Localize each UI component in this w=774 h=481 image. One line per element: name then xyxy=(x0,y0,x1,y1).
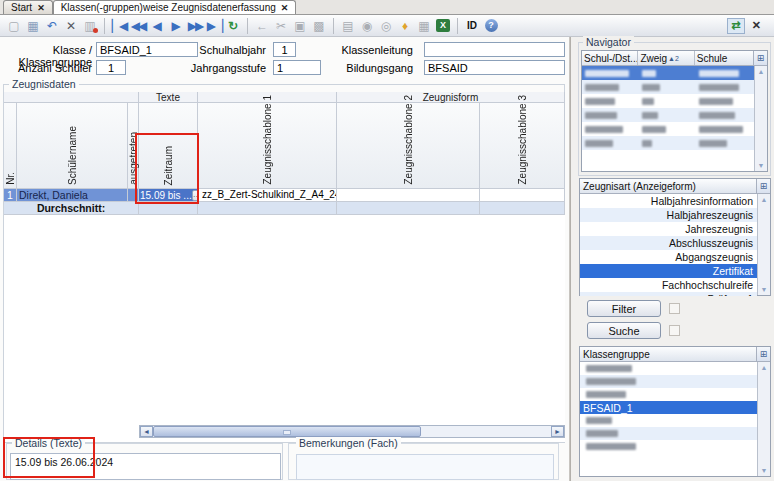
navigator-row[interactable] xyxy=(582,80,767,94)
list-item[interactable] xyxy=(580,440,757,453)
klassenleitung-field[interactable] xyxy=(424,42,565,57)
grid-export-icon[interactable]: ▦ xyxy=(415,17,433,34)
new-document-icon[interactable]: ▢ xyxy=(5,17,23,34)
cut-icon[interactable]: ✂ xyxy=(272,17,290,34)
column-header-zeugnisschablone-3[interactable]: Zeugnisschablone 3 xyxy=(480,103,565,189)
list-item[interactable]: Halbjahreszeugnis xyxy=(580,208,757,222)
switch-form-icon[interactable]: ⇄ xyxy=(727,18,745,34)
refresh-icon[interactable]: ↻ xyxy=(224,17,242,34)
toolbar-separator xyxy=(333,18,334,34)
cell-schuelername[interactable]: Direkt, Daniela xyxy=(17,189,128,202)
cell-zeugnisschablone-1[interactable]: zz_B_Zert-Schulkind_Z_A4_240513 xyxy=(198,189,337,202)
cell-zeugnisschablone-2[interactable] xyxy=(337,189,480,202)
first-record-icon[interactable]: ▏◀ xyxy=(110,17,128,34)
list-item[interactable]: Halbjahresinformation xyxy=(580,194,757,208)
undo-icon[interactable]: ↶ xyxy=(43,17,61,34)
copy-icon[interactable]: ▣ xyxy=(291,17,309,34)
previous-record-icon[interactable]: ◀ xyxy=(148,17,166,34)
column-header-zeitraum[interactable]: Zeitraum xyxy=(139,103,198,189)
tab-zeugnisdatenerfassung[interactable]: Klassen(-gruppen)weise Zeugnisdatenerfas… xyxy=(53,0,297,14)
next-record-icon[interactable]: ▶ xyxy=(167,17,185,34)
list-item[interactable] xyxy=(580,362,757,375)
fast-next-icon[interactable]: ▶▶ xyxy=(186,17,204,34)
list-item[interactable] xyxy=(580,414,757,427)
list-item-selected[interactable]: Zertifikat xyxy=(580,264,757,278)
cell-ausgetreten[interactable] xyxy=(128,189,139,202)
bemerkungen-text-area[interactable] xyxy=(296,454,554,480)
panel-close-icon[interactable]: ✕ xyxy=(752,19,761,32)
navigator-column-schule[interactable]: Schule xyxy=(695,51,753,65)
column-chooser-icon[interactable]: ⊞ xyxy=(753,51,767,65)
navigator-row[interactable] xyxy=(582,94,767,108)
navigator-scrollbar[interactable]: ▲ ▼ xyxy=(754,66,767,171)
list-item[interactable]: Abgangszeugnis xyxy=(580,250,757,264)
list-item[interactable]: Abschlusszeugnis xyxy=(580,236,757,250)
scroll-left-icon[interactable]: ◄ xyxy=(140,426,153,437)
navigator-column-schul-dst[interactable]: Schul-/Dst.... ▲1 xyxy=(582,51,638,65)
suche-button[interactable]: Suche xyxy=(587,322,661,339)
back-icon[interactable]: ← xyxy=(253,17,271,34)
cell-zeugnisschablone-3[interactable] xyxy=(480,189,565,202)
list-item[interactable] xyxy=(580,375,757,388)
navigator-group-label: Navigator xyxy=(583,36,634,48)
navigator-row[interactable] xyxy=(582,66,767,80)
column-chooser-icon[interactable]: ⊞ xyxy=(756,347,770,361)
list-item[interactable]: Jahreszeugnis xyxy=(580,222,757,236)
column-header-schuelername[interactable]: Schülername xyxy=(17,103,128,189)
cell-nr[interactable]: 1 xyxy=(4,189,17,202)
scrollbar-thumb[interactable] xyxy=(153,426,421,437)
navigator-row[interactable] xyxy=(582,136,767,150)
suche-checkbox[interactable] xyxy=(669,325,680,336)
help-icon[interactable]: ? xyxy=(485,19,498,32)
klassengruppe-scrollbar[interactable]: ▲ ▼ xyxy=(757,362,770,476)
delete-icon[interactable]: ✕ xyxy=(62,17,80,34)
scroll-up-icon[interactable]: ▲ xyxy=(761,196,768,203)
tab-close-icon[interactable]: ✕ xyxy=(37,3,45,13)
excel-export-icon[interactable]: X xyxy=(436,19,450,32)
list-item[interactable] xyxy=(580,388,757,401)
column-header-zeugnisschablone-1[interactable]: Zeugnisschablone 1 xyxy=(198,103,337,189)
hint-icon[interactable]: ◎ xyxy=(377,17,395,34)
scroll-down-icon[interactable]: ▼ xyxy=(758,162,765,169)
fast-previous-icon[interactable]: ◀◀ xyxy=(129,17,147,34)
bell-icon[interactable]: ♦ xyxy=(396,17,414,34)
print-icon[interactable]: ▤ xyxy=(339,17,357,34)
scroll-right-icon[interactable]: ► xyxy=(551,426,564,437)
column-header-ausgetreten[interactable]: ausgetreten xyxy=(128,103,139,189)
navigator-row[interactable] xyxy=(582,122,767,136)
list-item[interactable]: Fachhochschulreife xyxy=(580,278,757,292)
schulhalbjahr-field[interactable] xyxy=(273,42,296,57)
navigator-column-zweig[interactable]: Zweig ▲2 xyxy=(638,51,694,65)
bildungsgang-field[interactable] xyxy=(424,60,565,75)
cell-zeitraum[interactable]: 15.09 bis ... … xyxy=(139,189,198,202)
navigator-row[interactable] xyxy=(582,108,767,122)
filter-button[interactable]: Filter xyxy=(587,300,661,317)
anzahl-schueler-field[interactable] xyxy=(96,60,126,75)
column-header-nr[interactable]: Nr. xyxy=(4,103,17,189)
id-button[interactable]: ID xyxy=(463,20,481,31)
list-item-selected[interactable]: BFSAID_1 xyxy=(580,401,757,414)
record-edit-icon[interactable]: ▥ xyxy=(81,17,99,34)
last-record-icon[interactable]: ▶▕ xyxy=(205,17,223,34)
scroll-down-icon[interactable]: ▼ xyxy=(761,467,768,474)
filter-checkbox[interactable] xyxy=(669,303,680,314)
tab-close-icon[interactable]: ✕ xyxy=(281,3,289,13)
toolbar: ▢ ▦ ↶ ✕ ▥ ▏◀ ◀◀ ◀ ▶ ▶▶ ▶▕ ↻ ← ✂ ▣ ▩ ▤ ◉ … xyxy=(0,15,774,37)
table-row[interactable]: 1 Direkt, Daniela 15.09 bis ... … zz_B_Z… xyxy=(4,189,565,202)
tab-start[interactable]: Start ✕ xyxy=(3,0,53,14)
scroll-up-icon[interactable]: ▲ xyxy=(758,68,765,75)
scrollbar-track[interactable] xyxy=(153,426,551,437)
save-icon[interactable]: ▦ xyxy=(24,17,42,34)
column-header-zeugnisschablone-2[interactable]: Zeugnisschablone 2 xyxy=(337,103,480,189)
list-item[interactable] xyxy=(580,427,757,440)
zeugnisart-scrollbar[interactable]: ▲ ▼ xyxy=(757,194,770,295)
redacted-text xyxy=(586,391,626,398)
list-item[interactable]: Prüfung 1 xyxy=(580,292,757,296)
scroll-down-icon[interactable]: ▼ xyxy=(761,286,768,293)
disc-icon[interactable]: ◉ xyxy=(358,17,376,34)
scroll-up-icon[interactable]: ▲ xyxy=(761,364,768,371)
paste-icon[interactable]: ▩ xyxy=(310,17,328,34)
column-chooser-icon[interactable]: ⊞ xyxy=(756,179,770,193)
jahrgangsstufe-field[interactable] xyxy=(273,60,321,75)
details-text-area[interactable]: 15.09 bis 26.06.2024 xyxy=(10,453,281,480)
